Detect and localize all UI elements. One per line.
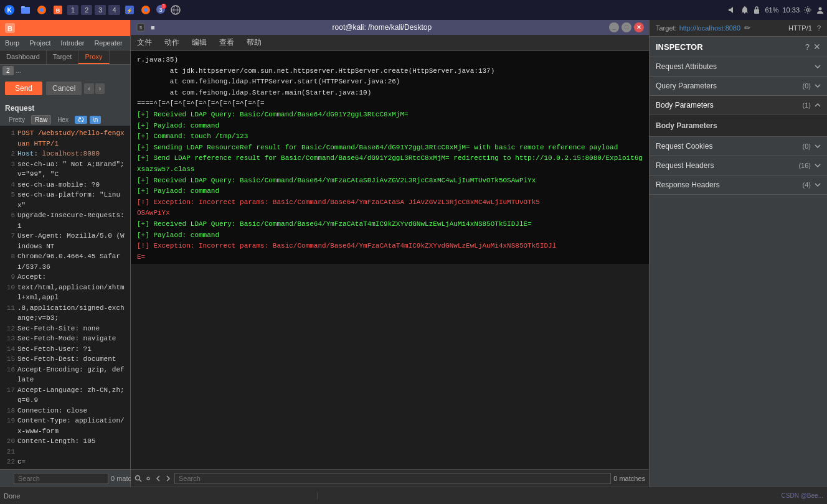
request-content-area[interactable]: 1POST /webstudy/hello-fengxuan HTTP/1 2H… <box>0 126 130 469</box>
taskbar-num-4[interactable]: 4 <box>108 5 120 15</box>
inspector-section-body: Body Parameters (1) Body Parameters <box>650 96 827 137</box>
format-pretty[interactable]: Pretty <box>5 115 29 124</box>
inspector-section-cookies: Request Cookies (0) <box>650 137 827 156</box>
terminal-minimize[interactable]: _ <box>609 22 619 32</box>
svg-text:$: $ <box>139 25 143 30</box>
req-line-8: 8Chrome/96.0.4664.45 Safari/537.36 <box>4 251 126 272</box>
taskbar-notif-icon[interactable]: 3 3 <box>155 4 166 17</box>
protocol-label[interactable]: HTTP/1 <box>788 24 812 32</box>
taskbar-burp-icon[interactable]: B <box>51 3 65 17</box>
request-label: Request <box>0 100 130 114</box>
menu-view[interactable]: 查看 <box>213 36 240 49</box>
nav-left[interactable]: ‹ <box>84 83 93 94</box>
nav-next-icon-right[interactable] <box>164 475 172 482</box>
format-raw[interactable]: Raw <box>31 115 51 124</box>
terminal-maximize[interactable]: □ <box>621 22 631 32</box>
section-header-query[interactable]: Query Parameters (0) <box>650 77 827 95</box>
time-label: 10:33 <box>782 6 800 14</box>
taskbar-ff2-icon[interactable] <box>139 3 153 17</box>
tab-proxy[interactable]: Proxy <box>78 50 109 64</box>
section-header-body[interactable]: Body Parameters (1) <box>650 96 827 114</box>
menu-help[interactable]: 帮助 <box>240 36 268 49</box>
req-line-7: 7User-Agent: Mozilla/5.0 (Windows NT <box>4 231 126 251</box>
req-line-1: 1POST /webstudy/hello-fengxuan HTTP/1 <box>4 128 126 149</box>
settings-icon-right <box>144 475 152 482</box>
format-special2[interactable]: \n <box>90 116 101 124</box>
req-line-18: 18Connection: close <box>4 406 126 416</box>
req-line-14: 14Sec-Fetch-User: ?1 <box>4 344 126 355</box>
terminal-output[interactable]: r.java:35) at jdk.httpserver/com.sun.net… <box>131 51 649 264</box>
section-count-cookies: (0) <box>803 142 811 150</box>
req-line-19: 19Content-Type: application/x-www-form <box>4 416 126 436</box>
menu-action[interactable]: 动作 <box>158 36 186 49</box>
nav-arrows: ‹ › <box>84 83 105 94</box>
terminal-titlebar: $ ■ root@kali: /home/kali/Desktop _ □ ✕ <box>131 20 649 35</box>
send-button[interactable]: Send <box>5 82 42 95</box>
menu-burp[interactable]: Burp <box>0 37 24 49</box>
req-line-4: 4sec-ch-ua-mobile: ?0 <box>4 180 126 190</box>
tab-dashboard[interactable]: Dashboard <box>0 50 47 64</box>
terminal-logo-icon: $ <box>136 22 146 32</box>
taskbar-num-3[interactable]: 3 <box>95 5 106 15</box>
battery-label: 61% <box>765 6 778 14</box>
burp-search-bar: 0 matches <box>0 469 130 487</box>
inspector-target-help-icon[interactable]: ? <box>817 24 821 32</box>
burp-tabs: Dashboard Target Proxy <box>0 50 130 65</box>
inspector-section-req-headers: Request Headers (16) <box>650 156 827 175</box>
svg-line-30 <box>139 480 141 482</box>
menu-repeater[interactable]: Repeater <box>89 37 127 49</box>
menu-edit[interactable]: 编辑 <box>186 36 213 49</box>
menu-file[interactable]: 文件 <box>131 36 158 49</box>
csdn-watermark: CSDN @Bee... <box>782 492 823 499</box>
req-line-5: 5sec-ch-ua-platform: "Linux" <box>4 190 126 210</box>
taskbar-globe-icon[interactable] <box>169 3 182 17</box>
bottom-status-bar: Done CSDN @Bee... <box>0 487 827 504</box>
tab-target[interactable]: Target <box>47 50 79 64</box>
menu-project[interactable]: Project <box>24 37 55 49</box>
svg-point-11 <box>144 8 148 12</box>
edit-target-icon[interactable]: ✏ <box>744 24 750 32</box>
format-special1[interactable]: 🗘 <box>75 116 87 124</box>
taskbar-firefox-icon[interactable] <box>35 3 49 17</box>
section-header-req-headers[interactable]: Request Headers (16) <box>650 156 827 175</box>
taskbar-app-icon-kali[interactable]: K <box>2 3 16 17</box>
tline-18: E= <box>137 252 643 263</box>
section-header-cookies[interactable]: Request Cookies (0) <box>650 137 827 156</box>
settings-icon[interactable] <box>803 6 812 14</box>
svg-text:B: B <box>56 7 60 14</box>
nav-right[interactable]: › <box>95 83 105 94</box>
subtab-dots[interactable]: ... <box>16 67 21 74</box>
target-url[interactable]: http://localhost:8080 <box>679 24 740 32</box>
req-line-22: 22c= <box>4 457 126 467</box>
nav-prev-icon-right[interactable] <box>154 475 162 482</box>
req-line-2: 2Host: localhost:8080 <box>4 149 126 159</box>
taskbar-files-icon[interactable] <box>19 3 32 17</box>
format-bar: Pretty Raw Hex 🗘 \n <box>0 114 130 126</box>
taskbar-num-1[interactable]: 1 <box>67 5 78 15</box>
subtab-2[interactable]: 2 <box>2 66 14 75</box>
req-line-13: 13Sec-Fetch-Mode: navigate <box>4 334 126 344</box>
menu-intruder[interactable]: Intruder <box>56 37 90 49</box>
tline-13: [!] Exception: Incorrect params: Basic/C… <box>137 197 643 208</box>
format-hex[interactable]: Hex <box>54 115 72 124</box>
volume-icon <box>727 6 736 14</box>
section-arrow-attributes <box>815 63 821 70</box>
search-input-right[interactable] <box>174 473 611 484</box>
section-arrow-body <box>815 102 821 108</box>
svg-text:⚡: ⚡ <box>126 7 133 14</box>
search-input-left[interactable] <box>14 473 108 484</box>
section-header-attributes[interactable]: Request Attributes <box>650 57 827 76</box>
svg-point-5 <box>40 8 44 12</box>
inspector-close-btn[interactable]: ✕ <box>813 42 821 52</box>
bottom-right-area: CSDN @Bee... <box>318 492 827 499</box>
taskbar-app2-icon[interactable]: ⚡ <box>123 3 136 17</box>
cancel-button[interactable]: Cancel <box>46 82 82 95</box>
tline-8: [+] Command: touch /tmp/123 <box>137 131 643 142</box>
inspector-help-btn[interactable]: ? <box>805 42 810 52</box>
section-header-res-headers[interactable]: Response Headers (4) <box>650 175 827 194</box>
taskbar-num-2[interactable]: 2 <box>81 5 92 15</box>
tline-11: [+] Received LDAP Query: Basic/Command/B… <box>137 175 643 187</box>
terminal-close[interactable]: ✕ <box>634 22 644 32</box>
req-line-9: 9Accept: <box>4 272 126 282</box>
tline-9: [+] Sending LDAP ResourceRef result for … <box>137 142 643 154</box>
